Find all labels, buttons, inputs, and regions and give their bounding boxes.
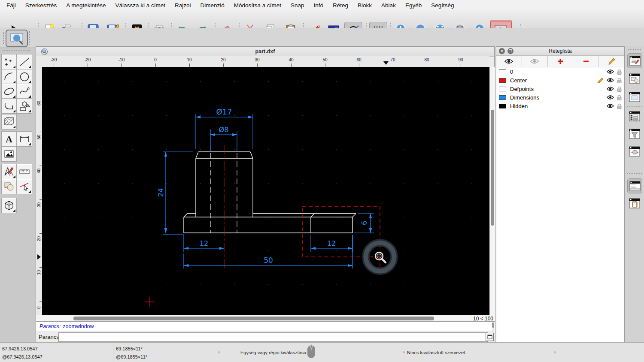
polyline-tool-button[interactable] (1, 98, 17, 114)
layer-lock-icon[interactable] (617, 103, 622, 109)
v-ruler-label: 60 (36, 101, 41, 106)
dimension-labels: Ø17 Ø8 24 12 50 12 6 (157, 107, 368, 265)
layer-lock-icon[interactable] (617, 69, 622, 75)
library-browser-dock-button[interactable] (628, 90, 641, 103)
menu-rajzol[interactable]: Rajzol (170, 2, 196, 9)
menu-v-lassza-ki-a-c-met[interactable]: Válassza ki a címet (111, 2, 170, 9)
zoom-window-option-button[interactable] (6, 30, 28, 47)
hidden-hole-lines (210, 153, 237, 233)
layer-lock-icon[interactable] (617, 78, 622, 83)
toolbar-handle[interactable] (3, 32, 5, 44)
polygon-tool-button[interactable] (17, 98, 32, 114)
hatch-icon (3, 116, 15, 127)
add-layer-button[interactable] (548, 56, 574, 67)
command-history: Parancs: zoomwindow (36, 321, 495, 331)
points-tool-button[interactable] (1, 54, 17, 69)
edit-layer-button[interactable] (599, 56, 624, 67)
layer-lock-icon[interactable] (617, 95, 622, 100)
dock-handle[interactable] (628, 49, 641, 51)
modify-tools-button[interactable] (1, 164, 17, 179)
arc-tool-button[interactable] (1, 69, 17, 84)
menu-r-teg[interactable]: Réteg (328, 2, 353, 9)
v-ruler-label: 40 (36, 169, 41, 173)
remove-layer-button[interactable] (573, 56, 599, 67)
origin-crosshair (145, 297, 155, 307)
document-window: part.dxf -30-20-100102030405060708090100… (36, 46, 495, 342)
menu-seg-ts-g[interactable]: Segítség (426, 2, 459, 9)
hint-dot (554, 351, 556, 353)
layer-visible-icon[interactable] (607, 95, 614, 100)
vertical-scrollbar-thumb[interactable] (491, 110, 494, 226)
spline-tool-button[interactable] (17, 84, 32, 99)
layer-visible-icon[interactable] (607, 86, 614, 91)
h-ruler-tick (88, 63, 88, 67)
command-input[interactable] (58, 332, 488, 342)
menu-f-jl[interactable]: Fájl (2, 2, 21, 9)
menu-egy-b[interactable]: Egyéb (401, 2, 426, 9)
command-options-button[interactable] (486, 333, 494, 341)
solid-tools-button[interactable] (1, 198, 17, 213)
document-app-icon (41, 48, 48, 55)
menu-a-megtekint-se[interactable]: A megtekintése (61, 2, 110, 9)
menu-m-dos-tsa-a-c-met[interactable]: Módosítsa a címet (229, 2, 286, 9)
spline-icon (19, 86, 30, 97)
selection-tools-button[interactable] (17, 179, 32, 194)
vertical-scrollbar[interactable] (489, 67, 495, 315)
menu-snap[interactable]: Snap (286, 2, 309, 9)
history-scrollbar[interactable] (492, 322, 495, 331)
image-tool-button[interactable] (1, 146, 17, 162)
cursor-position-marker-v (37, 254, 41, 259)
text-tool-button[interactable]: A (1, 131, 17, 147)
block-tools-button[interactable] (1, 179, 17, 194)
drawing-canvas[interactable]: Ø17 Ø8 24 12 50 12 6 (42, 67, 489, 315)
clipboard-dock-button[interactable] (628, 197, 641, 210)
h-ruler-tick (122, 63, 122, 67)
measure-tool-button[interactable] (17, 164, 32, 179)
selection-filter-dock-button[interactable] (628, 127, 641, 140)
line-tool-button[interactable] (17, 54, 32, 69)
h-ruler-tick (54, 63, 54, 67)
menu-ablak[interactable]: Ablak (377, 2, 401, 9)
layer-row-defpoints[interactable]: Defpoints (496, 84, 624, 93)
show-all-layers-button[interactable] (496, 56, 522, 67)
layer-visible-icon[interactable] (607, 103, 614, 109)
command-line-dock-button[interactable] (627, 178, 642, 193)
hide-all-layers-button[interactable] (522, 56, 548, 67)
left-button-hint: Egység vagy régió kiválasztása (240, 350, 306, 355)
layer-lock-icon[interactable] (617, 86, 622, 92)
h-ruler-label: -20 (85, 57, 91, 62)
entity-list-dock-button[interactable] (628, 110, 641, 123)
circle-tool-button[interactable] (17, 69, 32, 84)
menu-inf-[interactable]: Infó (309, 2, 328, 9)
horizontal-scrollbar[interactable]: 10 < 100 (36, 315, 495, 322)
horizontal-scrollbar-thumb[interactable] (73, 317, 434, 320)
layer-panel-titlebar[interactable]: ✕ ❐ Réteglista (496, 47, 624, 56)
layer-list-dock-button[interactable] (627, 53, 642, 68)
image-icon (3, 148, 15, 160)
history-scrollbar-thumb[interactable] (492, 323, 494, 328)
relative-polar-coordinates: @69.1855<11° (116, 354, 147, 359)
hatch-tool-button[interactable] (1, 114, 17, 130)
menu-blokk[interactable]: Blokk (353, 2, 377, 9)
h-ruler-label: 30 (255, 57, 259, 62)
document-titlebar[interactable]: part.dxf (36, 47, 494, 57)
h-ruler-tick (189, 63, 190, 67)
points-icon (3, 56, 15, 67)
h-ruler-label: -10 (118, 57, 125, 62)
layer-row-center[interactable]: Center (496, 76, 624, 84)
h-ruler-label: 40 (289, 57, 293, 62)
layer-row-0[interactable]: 0 (496, 67, 624, 76)
layer-row-dimensions[interactable]: Dimensions (496, 93, 624, 102)
status-bar: 67.9426,13.0547 @67.9426,13.0547 69.1855… (0, 342, 644, 362)
palette-handle[interactable] (3, 50, 30, 52)
block-list-dock-button[interactable] (628, 72, 641, 85)
layer-visible-icon[interactable] (607, 69, 614, 74)
dimension-tool-button[interactable] (17, 131, 32, 147)
layer-color-swatch (499, 95, 506, 100)
menu-szerkeszt-s[interactable]: Szerkesztés (21, 2, 62, 9)
menu-dimenzi-[interactable]: Dimenzió (195, 2, 229, 9)
pen-settings-dock-button[interactable] (628, 145, 641, 158)
layer-visible-icon[interactable] (607, 78, 614, 83)
ellipse-tool-button[interactable] (1, 84, 17, 99)
layer-row-hidden[interactable]: Hidden (496, 102, 624, 110)
